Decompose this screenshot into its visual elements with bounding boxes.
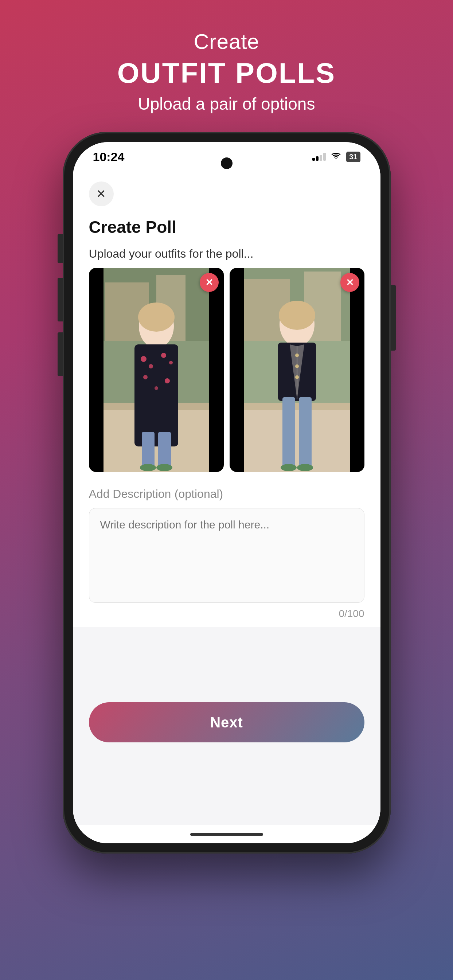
- svg-rect-28: [230, 268, 244, 472]
- phone-screen: 10:24 31 ✕: [73, 142, 380, 843]
- camera-notch: [221, 158, 232, 169]
- outfit-photo-2[interactable]: ✕: [230, 268, 364, 472]
- description-input[interactable]: [89, 508, 364, 603]
- svg-point-21: [156, 464, 172, 471]
- page-instruction: Upload your outfits for the poll...: [73, 237, 380, 268]
- power-button: [391, 285, 396, 351]
- svg-point-15: [143, 375, 148, 379]
- bottom-area: Next: [73, 627, 380, 825]
- svg-rect-6: [89, 268, 103, 472]
- page-title: Create Poll: [73, 210, 380, 237]
- home-indicator-bar: [73, 825, 380, 843]
- svg-point-9: [138, 302, 175, 332]
- svg-rect-27: [230, 403, 364, 410]
- volume-mute-button: [57, 234, 63, 263]
- remove-photo-1-button[interactable]: ✕: [200, 273, 219, 292]
- svg-point-31: [279, 301, 315, 330]
- svg-point-11: [141, 356, 146, 362]
- header-section: Create OUTFIT POLLS Upload a pair of opt…: [118, 29, 335, 114]
- remove-photo-2-button[interactable]: ✕: [340, 273, 359, 292]
- phone-shell: 10:24 31 ✕: [63, 132, 391, 854]
- svg-point-40: [281, 464, 297, 471]
- description-label: Add Description (optional): [89, 487, 364, 501]
- wifi-icon: [331, 151, 341, 162]
- home-bar: [190, 833, 263, 836]
- next-button[interactable]: Next: [89, 702, 364, 742]
- header-subtitle: Upload a pair of options: [118, 94, 335, 114]
- svg-rect-19: [158, 432, 171, 468]
- signal-icon: [312, 153, 326, 161]
- svg-point-16: [165, 378, 170, 383]
- status-icons: 31: [312, 151, 360, 162]
- svg-point-14: [169, 361, 173, 364]
- close-button[interactable]: ✕: [89, 181, 114, 206]
- volume-down-button: [57, 332, 63, 376]
- svg-rect-7: [209, 268, 224, 472]
- status-bar: 10:24 31: [73, 142, 380, 171]
- svg-rect-26: [230, 406, 364, 472]
- svg-rect-38: [283, 397, 295, 470]
- svg-rect-39: [299, 397, 312, 470]
- char-count: 0/100: [89, 608, 364, 620]
- svg-point-12: [149, 364, 153, 369]
- svg-point-17: [154, 386, 158, 390]
- app-content: ✕ Create Poll Upload your outfits for th…: [73, 171, 380, 843]
- battery-indicator: 31: [346, 152, 360, 162]
- status-time: 10:24: [93, 150, 125, 164]
- svg-point-41: [297, 464, 313, 471]
- svg-rect-29: [350, 268, 364, 472]
- description-section: Add Description (optional) 0/100: [73, 472, 380, 627]
- svg-point-13: [161, 353, 166, 358]
- header-create-label: Create: [118, 29, 335, 54]
- svg-point-20: [140, 464, 156, 471]
- header-title: OUTFIT POLLS: [118, 56, 335, 90]
- photos-row: ✕: [73, 268, 380, 472]
- svg-rect-18: [142, 432, 154, 468]
- outfit-photo-1[interactable]: ✕: [89, 268, 224, 472]
- top-bar: ✕: [73, 171, 380, 210]
- volume-up-button: [57, 278, 63, 321]
